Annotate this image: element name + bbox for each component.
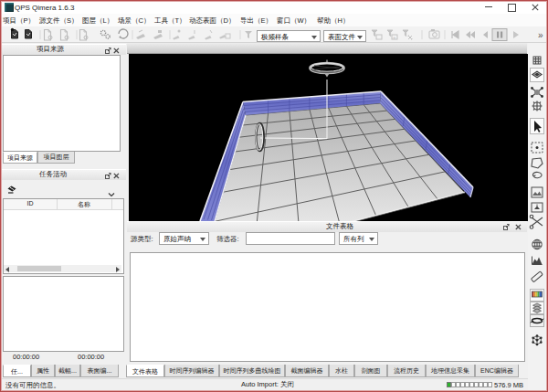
svg-text:+: + (393, 35, 396, 40)
svg-text:»: » (538, 30, 543, 40)
